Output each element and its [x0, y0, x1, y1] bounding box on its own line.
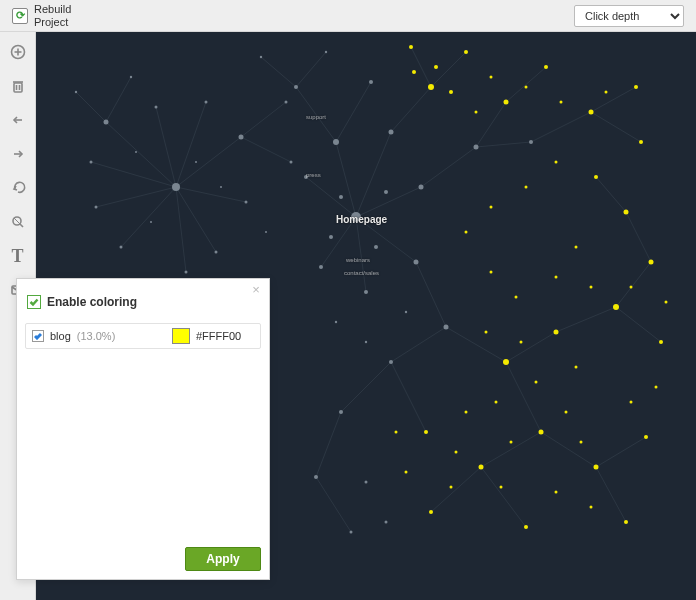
svg-point-121 [412, 70, 416, 74]
svg-point-98 [389, 360, 393, 364]
rule-name: blog [50, 330, 71, 342]
svg-point-137 [503, 359, 509, 365]
rebuild-labels: Rebuild Project [34, 3, 71, 27]
svg-point-163 [630, 401, 633, 404]
svg-line-36 [261, 57, 296, 87]
svg-line-35 [336, 82, 371, 142]
rebuild-icon: ⟳ [12, 8, 28, 24]
svg-point-117 [409, 45, 413, 49]
svg-point-174 [490, 76, 493, 79]
svg-point-149 [575, 366, 578, 369]
svg-point-82 [290, 161, 293, 164]
svg-point-132 [613, 304, 619, 310]
svg-line-40 [431, 52, 466, 87]
svg-point-76 [245, 201, 248, 204]
color-swatch[interactable] [172, 328, 190, 344]
svg-line-61 [481, 467, 526, 527]
enable-coloring-label: Enable coloring [47, 295, 137, 309]
svg-point-122 [504, 100, 509, 105]
svg-line-47 [591, 112, 641, 142]
panel-header: Enable coloring [17, 279, 269, 315]
text-tool-icon[interactable]: T [8, 246, 28, 266]
svg-point-168 [490, 271, 493, 274]
zoom-reset-icon[interactable] [8, 212, 28, 232]
svg-point-146 [465, 411, 468, 414]
rebuild-project-button[interactable]: ⟳ Rebuild Project [12, 3, 71, 27]
svg-point-130 [594, 175, 598, 179]
svg-point-86 [389, 130, 394, 135]
svg-point-92 [369, 80, 373, 84]
svg-point-147 [495, 401, 498, 404]
svg-line-51 [341, 362, 391, 412]
apply-button[interactable]: Apply [185, 547, 261, 571]
rule-checkbox[interactable] [32, 330, 44, 342]
svg-point-120 [449, 90, 453, 94]
svg-point-145 [424, 430, 428, 434]
svg-point-161 [395, 431, 398, 434]
svg-line-50 [446, 327, 506, 362]
svg-point-134 [630, 286, 633, 289]
svg-point-70 [90, 161, 93, 164]
trash-icon[interactable] [8, 76, 28, 96]
svg-point-84 [333, 139, 339, 145]
svg-line-60 [431, 467, 481, 512]
svg-point-107 [150, 221, 152, 223]
arrow-left-icon[interactable] [8, 110, 28, 130]
svg-point-151 [485, 331, 488, 334]
svg-line-67 [596, 177, 626, 212]
svg-point-143 [644, 435, 648, 439]
svg-line-10 [20, 224, 23, 227]
coloring-panel: × Enable coloring blog (13.0%) #FFFF00 A… [16, 278, 270, 580]
svg-line-38 [391, 87, 431, 132]
rule-percentage: (13.0%) [77, 330, 116, 342]
svg-point-136 [554, 330, 559, 335]
svg-point-118 [464, 50, 468, 54]
svg-point-73 [155, 106, 158, 109]
svg-point-140 [594, 465, 599, 470]
svg-point-88 [319, 265, 323, 269]
color-rule-row: blog (13.0%) #FFFF00 [25, 323, 261, 349]
svg-point-106 [135, 151, 137, 153]
svg-point-159 [450, 486, 453, 489]
add-icon[interactable] [8, 42, 28, 62]
svg-point-142 [524, 525, 528, 529]
svg-point-152 [565, 411, 568, 414]
svg-point-144 [624, 520, 628, 524]
node-label-small2: press [306, 172, 321, 178]
svg-line-52 [391, 362, 426, 432]
svg-line-32 [356, 217, 366, 292]
svg-line-59 [541, 432, 596, 467]
svg-point-115 [385, 521, 388, 524]
enable-coloring-checkbox[interactable] [27, 295, 41, 309]
click-depth-select[interactable]: Click depth [574, 5, 684, 27]
svg-point-108 [195, 161, 197, 163]
svg-point-95 [474, 145, 479, 150]
rebuild-label-line1: Rebuild [34, 3, 71, 15]
svg-line-57 [616, 307, 661, 342]
svg-point-126 [634, 85, 638, 89]
svg-line-25 [241, 102, 286, 137]
svg-line-37 [296, 52, 326, 87]
svg-point-103 [339, 195, 343, 199]
color-hex-value[interactable]: #FFFF00 [196, 330, 254, 342]
svg-line-22 [176, 187, 186, 272]
svg-point-77 [215, 251, 218, 254]
panel-footer: Apply [17, 539, 269, 579]
svg-line-17 [156, 107, 176, 187]
svg-line-23 [76, 92, 106, 122]
node-label-homepage: Homepage [336, 214, 387, 225]
svg-point-128 [605, 91, 608, 94]
svg-point-169 [465, 231, 468, 234]
arrow-right-icon[interactable] [8, 144, 28, 164]
svg-line-44 [506, 67, 546, 102]
svg-point-172 [555, 161, 558, 164]
svg-point-113 [335, 321, 337, 323]
svg-point-97 [444, 325, 449, 330]
close-icon[interactable]: × [249, 283, 263, 297]
svg-point-105 [329, 235, 333, 239]
undo-icon[interactable] [8, 178, 28, 198]
svg-point-119 [434, 65, 438, 69]
svg-line-58 [481, 432, 541, 467]
svg-point-112 [365, 341, 367, 343]
svg-point-87 [419, 185, 424, 190]
